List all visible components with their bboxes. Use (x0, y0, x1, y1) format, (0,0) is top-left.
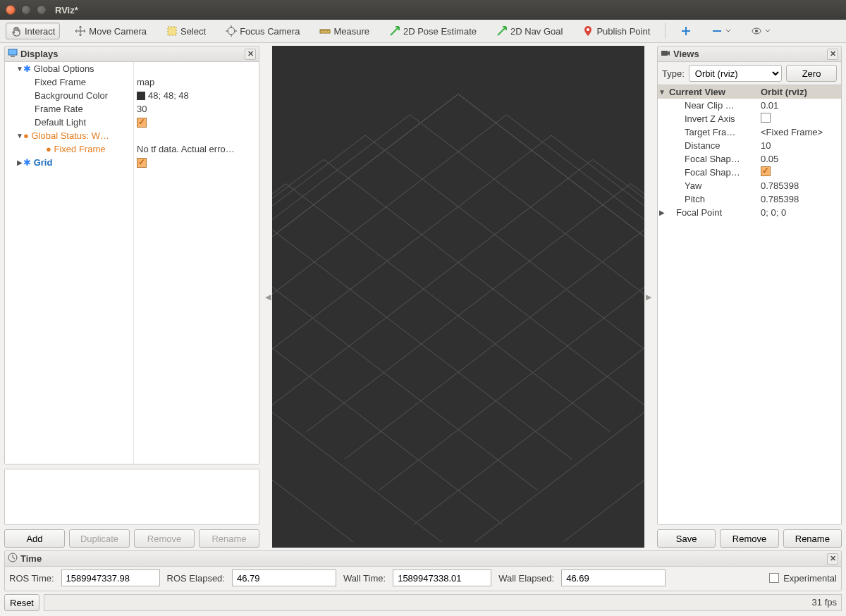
tree-value[interactable]: <Fixed Frame> (758, 127, 841, 137)
wall-elapsed-field[interactable] (561, 569, 666, 586)
checkbox-unchecked-icon[interactable] (761, 113, 771, 123)
add-display-button[interactable]: Add (4, 529, 65, 548)
remove-tool-button[interactable] (706, 23, 736, 39)
views-panel: Views ✕ Type: Orbit (rviz) Zero ▼Current… (657, 46, 842, 525)
checkbox-checked-icon[interactable] (137, 158, 147, 168)
tree-item[interactable]: Default Light (5, 116, 133, 129)
panel-close-button[interactable]: ✕ (245, 49, 256, 60)
window-minimize-button[interactable] (21, 5, 31, 15)
tree-value[interactable]: 0.01 (758, 100, 841, 111)
color-swatch (137, 92, 145, 100)
move-camera-icon (75, 25, 86, 37)
tree-value[interactable]: 10 (758, 140, 841, 151)
experimental-checkbox[interactable] (769, 573, 779, 583)
tree-item: Global Options (34, 63, 94, 74)
window-maximize-button[interactable] (37, 5, 47, 15)
type-label: Type: (662, 68, 685, 79)
window-title: RViz* (55, 5, 78, 16)
3d-viewport[interactable] (272, 46, 644, 548)
tree-item[interactable]: Fixed Frame (5, 75, 133, 89)
svg-rect-6 (8, 49, 17, 55)
panel-close-button[interactable]: ✕ (827, 553, 838, 565)
tree-item-grid[interactable]: Grid (34, 157, 53, 168)
map-pin-icon (582, 25, 594, 37)
main-toolbar: Interact Move Camera Select Focus Camera… (0, 20, 846, 43)
duplicate-display-button[interactable]: Duplicate (69, 529, 130, 548)
tree-value[interactable]: 0; 0; 0 (758, 207, 841, 218)
ros-time-field[interactable] (61, 569, 160, 586)
rename-view-button[interactable]: Rename (783, 529, 842, 548)
tool-label: Select (180, 26, 206, 37)
svg-point-5 (755, 30, 758, 32)
svg-rect-7 (11, 56, 15, 57)
window-titlebar: RViz* (0, 0, 846, 20)
ros-elapsed-field[interactable] (232, 569, 336, 586)
save-view-button[interactable]: Save (657, 529, 716, 548)
crosshair-icon (226, 25, 237, 37)
tool-label: Focus Camera (240, 26, 300, 37)
tree-item[interactable]: Distance (666, 140, 758, 151)
tree-value[interactable]: 30 (134, 102, 259, 116)
svg-rect-0 (168, 27, 176, 35)
tree-value[interactable] (134, 156, 259, 169)
tool-select[interactable]: Select (161, 23, 211, 39)
tool-label: Publish Point (596, 26, 650, 37)
tree-value[interactable]: 0.785398 (758, 180, 841, 191)
remove-view-button[interactable]: Remove (720, 529, 778, 548)
checkbox-checked-icon[interactable] (761, 166, 771, 176)
tree-value[interactable] (758, 113, 841, 125)
chevron-down-icon (765, 25, 771, 37)
tree-item[interactable]: Background Color (5, 89, 133, 102)
panel-close-button[interactable]: ✕ (827, 49, 838, 60)
tree-item[interactable]: Near Clip … (666, 100, 758, 111)
tool-focus-camera[interactable]: Focus Camera (221, 23, 305, 39)
visibility-tool-button[interactable] (746, 23, 776, 39)
tool-publish-point[interactable]: Publish Point (577, 23, 655, 39)
hand-icon (11, 25, 22, 37)
tree-value[interactable]: 0.05 (758, 154, 841, 164)
tree-item[interactable]: Frame Rate (5, 102, 133, 116)
panel-title: Time (20, 553, 42, 564)
tool-2d-nav-goal[interactable]: 2D Nav Goal (491, 23, 568, 39)
tree-item[interactable]: Fixed Frame (54, 144, 105, 154)
tool-2d-pose-estimate[interactable]: 2D Pose Estimate (384, 23, 482, 39)
chevron-down-icon (725, 25, 731, 37)
gear-icon: ✱ (23, 63, 31, 74)
tree-value[interactable]: map (134, 75, 259, 89)
window-close-button[interactable] (6, 5, 16, 15)
tree-item[interactable]: Focal Point (666, 207, 758, 218)
tree-value[interactable] (758, 166, 841, 178)
tree-item[interactable]: Focal Shap… (666, 154, 758, 164)
collapse-right-handle[interactable]: ▶ (644, 46, 653, 548)
tree-item[interactable]: Invert Z Axis (666, 113, 758, 124)
gear-icon: ✱ (23, 157, 31, 168)
zero-button[interactable]: Zero (786, 65, 837, 82)
tree-item[interactable]: Yaw (666, 180, 758, 191)
displays-tree[interactable]: ▼ ✱ Global Options Fixed Frame Backgroun… (5, 62, 259, 464)
monitor-icon (8, 48, 18, 60)
collapse-left-handle[interactable]: ◀ (264, 46, 272, 548)
green-arrow-icon (496, 25, 508, 37)
displays-panel: Displays ✕ ▼ ✱ Global Options Fixed Fram… (4, 46, 259, 464)
views-tree[interactable]: ▼Current ViewOrbit (rviz) Near Clip …0.0… (658, 85, 841, 524)
tool-measure[interactable]: Measure (314, 23, 374, 39)
tool-interact[interactable]: Interact (6, 23, 60, 39)
rename-display-button[interactable]: Rename (199, 529, 259, 548)
tree-value[interactable]: 48; 48; 48 (134, 89, 259, 102)
tool-move-camera[interactable]: Move Camera (70, 23, 152, 39)
reset-button[interactable]: Reset (4, 594, 39, 611)
tree-value[interactable] (134, 116, 259, 129)
tree-item[interactable]: Pitch (666, 194, 758, 204)
status-bar: 31 fps (44, 594, 842, 611)
warning-icon: ● (46, 144, 51, 154)
tree-item[interactable]: Target Fra… (666, 127, 758, 137)
view-type-select[interactable]: Orbit (rviz) (689, 65, 782, 82)
tree-value[interactable]: 0.785398 (758, 194, 841, 204)
tree-item[interactable]: Focal Shap… (666, 167, 758, 178)
remove-display-button[interactable]: Remove (134, 529, 195, 548)
wall-time-field[interactable] (393, 569, 491, 586)
add-tool-button[interactable] (675, 23, 697, 39)
checkbox-checked-icon[interactable] (137, 118, 147, 128)
wall-elapsed-label: Wall Elapsed: (498, 573, 554, 584)
minus-icon (711, 25, 723, 37)
